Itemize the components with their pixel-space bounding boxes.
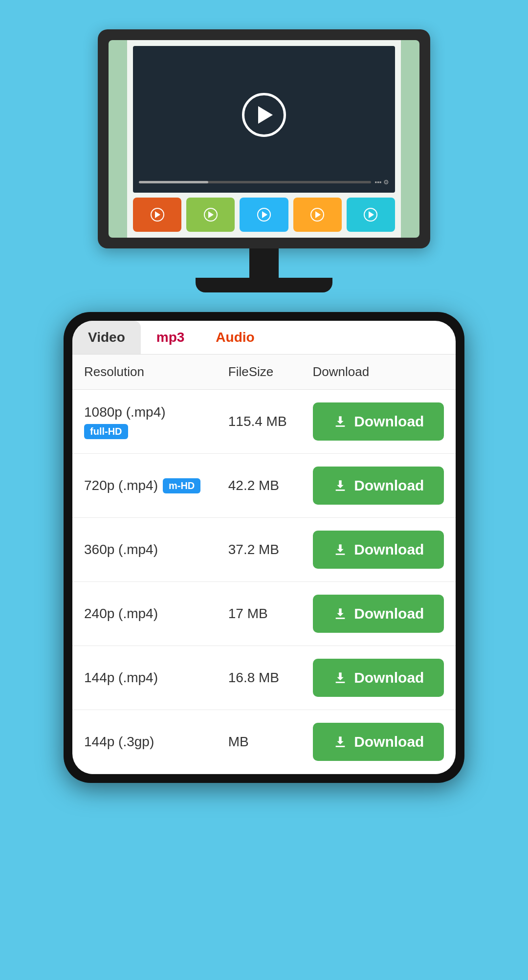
filesize-cell-4: 16.8 MB xyxy=(217,646,301,710)
resolution-col-0: 1080p (.mp4)full-HD xyxy=(84,404,205,439)
thumb-4 xyxy=(293,198,342,232)
thumbnail-row xyxy=(133,198,395,232)
side-panel-left xyxy=(109,40,127,238)
progress-track xyxy=(139,181,371,183)
filesize-cell-0: 115.4 MB xyxy=(217,390,301,454)
col-filesize: FileSize xyxy=(217,355,301,390)
thumb-play-5 xyxy=(364,208,377,222)
download-table: Resolution FileSize Download 1080p (.mp4… xyxy=(72,355,456,774)
tab-bar: Video mp3 Audio xyxy=(72,321,456,355)
video-screen: ▪▪▪ ⚙ xyxy=(133,46,395,193)
tab-audio[interactable]: Audio xyxy=(200,321,270,354)
download-icon-3 xyxy=(332,606,348,622)
monitor-stand-base xyxy=(196,278,332,292)
monitor-bezel: ▪▪▪ ⚙ xyxy=(98,29,430,248)
monitor-graphic: ▪▪▪ ⚙ xyxy=(98,29,430,292)
filesize-cell-3: 17 MB xyxy=(217,582,301,646)
resolution-text-0: 1080p (.mp4) xyxy=(84,404,205,420)
table-row: 1080p (.mp4)full-HD115.4 MB Download xyxy=(72,390,456,454)
resolution-cell-0: 1080p (.mp4)full-HD xyxy=(72,390,217,454)
table-row: 720p (.mp4)m-HD42.2 MB Download xyxy=(72,454,456,518)
thumb-2 xyxy=(186,198,235,232)
resolution-text-2: 360p (.mp4) xyxy=(72,518,217,582)
download-icon-1 xyxy=(332,478,348,493)
resolution-text-1: 720p (.mp4) xyxy=(84,478,158,493)
download-button-4[interactable]: Download xyxy=(313,659,444,697)
download-cell-0: Download xyxy=(301,390,456,454)
thumb-play-tri-3 xyxy=(262,211,267,218)
col-download: Download xyxy=(301,355,456,390)
thumb-play-3 xyxy=(257,208,271,222)
download-button-3[interactable]: Download xyxy=(313,595,444,633)
thumb-play-tri-1 xyxy=(155,211,160,218)
download-button-2[interactable]: Download xyxy=(313,531,444,569)
download-icon-0 xyxy=(332,414,348,429)
thumb-play-2 xyxy=(204,208,218,222)
download-cell-3: Download xyxy=(301,582,456,646)
table-header-row: Resolution FileSize Download xyxy=(72,355,456,390)
download-button-1[interactable]: Download xyxy=(313,467,444,505)
download-cell-5: Download xyxy=(301,710,456,774)
filesize-cell-1: 42.2 MB xyxy=(217,454,301,518)
download-icon-2 xyxy=(332,542,348,557)
tab-mp3[interactable]: mp3 xyxy=(141,321,200,354)
table-row: 144p (.mp4)16.8 MB Download xyxy=(72,646,456,710)
thumb-1 xyxy=(133,198,181,232)
table-row: 240p (.mp4)17 MB Download xyxy=(72,582,456,646)
download-icon-5 xyxy=(332,734,348,750)
thumb-3 xyxy=(240,198,288,232)
monitor-outer: ▪▪▪ ⚙ xyxy=(109,40,419,238)
table-row: 144p (.3gp)MB Download xyxy=(72,710,456,774)
phone-wrap: Video mp3 Audio Resolution FileSize Down… xyxy=(0,312,528,802)
resolution-row-1: 720p (.mp4)m-HD xyxy=(84,478,205,493)
download-button-5[interactable]: Download xyxy=(313,723,444,761)
resolution-text-5: 144p (.3gp) xyxy=(72,710,217,774)
download-icon-4 xyxy=(332,670,348,686)
download-cell-4: Download xyxy=(301,646,456,710)
col-resolution: Resolution xyxy=(72,355,217,390)
side-panel-right xyxy=(401,40,419,238)
filesize-cell-5: MB xyxy=(217,710,301,774)
screen-icons: ▪▪▪ ⚙ xyxy=(375,178,389,186)
thumb-play-tri-4 xyxy=(315,211,321,218)
monitor-stand-neck xyxy=(249,248,279,278)
play-button-icon xyxy=(242,93,286,137)
download-cell-1: Download xyxy=(301,454,456,518)
progress-bar-area: ▪▪▪ ⚙ xyxy=(139,178,389,186)
download-button-0[interactable]: Download xyxy=(313,402,444,441)
resolution-badge-0: full-HD xyxy=(84,424,128,439)
thumb-play-tri-2 xyxy=(208,211,214,218)
resolution-text-4: 144p (.mp4) xyxy=(72,646,217,710)
play-triangle-icon xyxy=(258,106,273,124)
table-row: 360p (.mp4)37.2 MB Download xyxy=(72,518,456,582)
tab-video[interactable]: Video xyxy=(72,321,141,354)
resolution-cell-1: 720p (.mp4)m-HD xyxy=(72,454,217,518)
thumb-play-tri-5 xyxy=(369,211,374,218)
filesize-cell-2: 37.2 MB xyxy=(217,518,301,582)
monitor-main-screen: ▪▪▪ ⚙ xyxy=(127,40,401,238)
progress-fill xyxy=(139,181,208,183)
thumb-5 xyxy=(347,198,395,232)
illustration-area: ▪▪▪ ⚙ xyxy=(0,0,528,312)
download-cell-2: Download xyxy=(301,518,456,582)
phone-device: Video mp3 Audio Resolution FileSize Down… xyxy=(64,312,464,783)
thumb-play-1 xyxy=(151,208,164,222)
resolution-text-3: 240p (.mp4) xyxy=(72,582,217,646)
phone-screen: Video mp3 Audio Resolution FileSize Down… xyxy=(72,321,456,774)
resolution-badge-1: m-HD xyxy=(163,478,200,493)
thumb-play-4 xyxy=(310,208,324,222)
